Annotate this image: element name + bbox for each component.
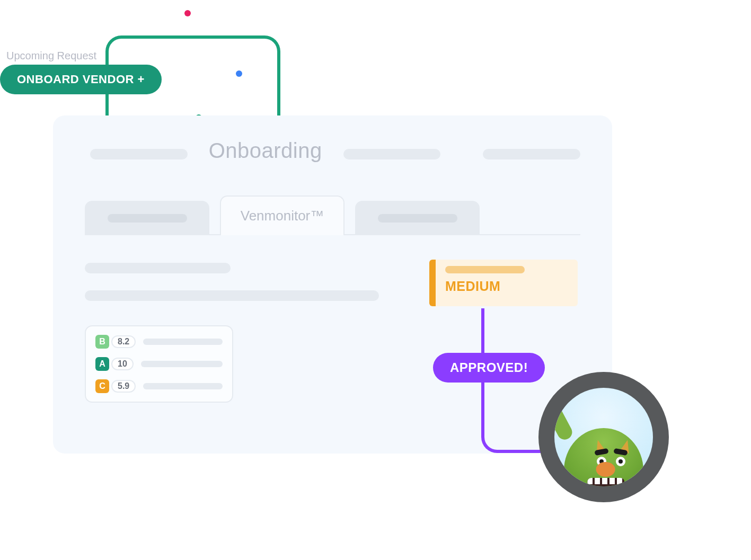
content-placeholder-line — [85, 290, 379, 301]
header-placeholder-bar — [343, 149, 441, 159]
content-placeholder-line — [85, 263, 231, 273]
score-row: A 10 — [95, 357, 223, 371]
header-placeholder-bar — [90, 149, 188, 159]
risk-level-label: MEDIUM — [445, 279, 568, 294]
avatar-ring — [538, 372, 669, 502]
monster-arm — [554, 402, 575, 442]
monster-icon — [564, 428, 643, 486]
score-value: 10 — [111, 358, 134, 370]
decor-dot — [184, 10, 191, 16]
risk-placeholder-line — [445, 266, 525, 273]
tab-label: Venmonitor™ — [241, 208, 324, 224]
avatar — [554, 388, 653, 486]
tab-venmonitor[interactable]: Venmonitor™ — [220, 195, 344, 235]
tab-placeholder-1[interactable] — [85, 201, 209, 235]
monster-mouth — [587, 478, 624, 486]
tab-placeholder-2[interactable] — [355, 201, 480, 235]
decor-dot — [236, 70, 242, 77]
tab-placeholder-bar — [378, 214, 457, 223]
score-placeholder-bar — [141, 361, 223, 367]
grade-badge: A — [95, 357, 109, 371]
risk-badge: MEDIUM — [429, 260, 578, 306]
approved-badge: APPROVED! — [433, 353, 545, 383]
upcoming-request-label: Upcoming Request — [6, 50, 96, 62]
tab-placeholder-bar — [108, 214, 187, 223]
tabs: Venmonitor™ — [85, 195, 580, 235]
score-value: 8.2 — [111, 335, 136, 348]
card-title: Onboarding — [209, 139, 322, 163]
score-placeholder-bar — [143, 383, 223, 389]
monster-eye — [616, 457, 625, 466]
score-panel: B 8.2 A 10 C 5.9 — [85, 325, 233, 403]
onboard-vendor-button[interactable]: ONBOARD VENDOR + — [0, 65, 162, 94]
score-row: C 5.9 — [95, 379, 223, 393]
grade-badge: C — [95, 379, 109, 393]
score-value: 5.9 — [111, 380, 136, 393]
header-placeholder-bar — [483, 149, 580, 159]
card-header: Onboarding — [90, 139, 580, 163]
monster-nose — [596, 462, 615, 477]
score-placeholder-bar — [143, 339, 223, 345]
grade-badge: B — [95, 335, 109, 349]
risk-accent-bar — [429, 260, 436, 306]
score-row: B 8.2 — [95, 335, 223, 349]
